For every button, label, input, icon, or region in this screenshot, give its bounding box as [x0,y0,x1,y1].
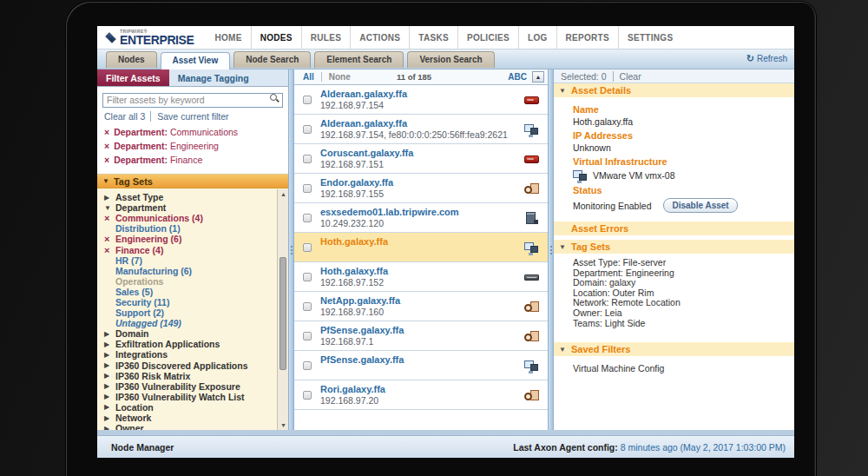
nav-item-rules[interactable]: RULES [301,26,350,50]
disable-asset-button[interactable]: Disable Asset [663,198,737,213]
row-checkbox[interactable] [303,184,312,193]
row-checkbox[interactable] [303,214,312,222]
search-icon[interactable] [270,94,279,103]
node-row[interactable]: PfSense.galaxy.ffa192.168.97.1 [294,321,548,351]
tab-version-search[interactable]: Version Search [407,51,494,68]
tree-item-network[interactable]: ▶Network [97,413,277,423]
node-name[interactable]: NetApp.galaxy.ffa [320,295,400,306]
node-row[interactable]: esxsedemo01.lab.tripwire.com10.249.232.1… [294,203,548,233]
node-row[interactable]: Coruscant.galaxy.ffa192.168.97.151 [294,144,548,174]
tree-item-communications[interactable]: ×Communications (4) [97,213,277,223]
tab-manage-tagging[interactable]: Manage Tagging [169,69,258,86]
nav-item-actions[interactable]: ACTIONS [350,26,409,50]
node-row[interactable]: Rori.galaxy.ffa192.168.97.20 [294,380,548,410]
nav-item-home[interactable]: HOME [206,26,250,50]
row-checkbox[interactable] [303,155,312,163]
pane-splitter-left[interactable] [288,69,294,430]
node-name[interactable]: Alderaan.galaxy.ffa [320,118,407,129]
remove-tag-icon[interactable]: × [104,246,115,255]
node-row[interactable]: Hoth.galaxy.ffa192.168.97.152 [294,262,548,292]
tree-item-distribution[interactable]: Distribution (1) [97,223,277,234]
scroll-down-icon[interactable]: ▼ [279,422,287,428]
tree-item-integrations[interactable]: ▶Integrations [97,349,277,360]
node-name[interactable]: PfSense.galaxy.ffa [320,354,404,365]
scroll-up-icon[interactable]: ▲ [279,191,287,197]
node-name[interactable]: Hoth.galaxy.ffa [320,266,388,276]
node-name[interactable]: PfSense.galaxy.ffa [320,325,404,335]
clear-selection-link[interactable]: Clear [613,71,641,82]
tree-item-finance[interactable]: ×Finance (4) [97,244,277,255]
node-name[interactable]: Endor.galaxy.ffa [320,177,393,188]
axon-config-value[interactable]: 8 minutes ago (May 2, 2017 1:03:00 PM) [621,442,786,453]
scrollbar-thumb[interactable] [279,257,286,370]
node-row[interactable]: PfSense.galaxy.ffa [294,351,548,380]
tree-item-untagged[interactable]: Untagged (149) [97,318,277,328]
tree-item-exfiltration-applications[interactable]: ▶Exfiltration Applications [97,339,277,349]
node-name[interactable]: Hoth.galaxy.ffa [320,236,388,247]
sort-abc-label[interactable]: ABC [508,72,527,82]
node-name[interactable]: Coruscant.galaxy.ffa [320,148,413,158]
nav-item-settings[interactable]: SETTINGS [618,26,681,50]
asset-errors-section-header[interactable]: Asset Errors [554,221,794,235]
search-input[interactable] [102,93,283,108]
clear-all-link[interactable]: Clear all 3 [104,111,145,122]
tree-item-owner[interactable]: ▶Owner [97,423,277,430]
nav-item-policies[interactable]: POLICIES [457,26,518,50]
node-row-selected[interactable]: Hoth.galaxy.ffa [294,233,548,262]
asset-details-section-header[interactable]: ▼ Asset Details [554,83,794,97]
tab-filter-assets[interactable]: Filter Assets [97,69,169,86]
row-checkbox[interactable] [303,96,312,104]
tree-item-manufacturing[interactable]: Manufacturing (6) [97,266,277,276]
row-checkbox[interactable] [303,302,312,311]
nav-item-nodes[interactable]: NODES [251,26,301,50]
remove-filter-icon[interactable]: × [104,155,109,165]
tree-item-asset-type[interactable]: ▶Asset Type [97,192,277,202]
row-checkbox[interactable] [303,361,312,370]
tree-item-hr[interactable]: HR (7) [97,255,277,266]
remove-tag-icon[interactable]: × [104,214,115,222]
tab-asset-view[interactable]: Asset View [161,52,231,69]
tab-nodes[interactable]: Nodes [106,51,157,68]
tree-item-engineering[interactable]: ×Engineering (6) [97,234,277,244]
select-none-link[interactable]: None [321,72,351,82]
tree-item-ip360-vulnerability-watch-list[interactable]: ▶IP360 Vulnerability Watch List [97,392,277,402]
tag-sets-section-header[interactable]: ▼ Tag Sets [554,240,794,254]
tree-item-ip360-risk-matrix[interactable]: ▶IP360 Risk Matrix [97,371,277,381]
node-name[interactable]: esxsedemo01.lab.tripwire.com [320,207,459,217]
row-checkbox[interactable] [303,391,312,400]
node-name[interactable]: Rori.galaxy.ffa [320,384,385,394]
tree-item-domain[interactable]: ▶Domain [97,328,277,339]
remove-filter-icon[interactable]: × [104,127,109,137]
save-filter-link[interactable]: Save current filter [150,111,228,122]
tree-item-support[interactable]: Support (2) [97,307,277,318]
node-row[interactable]: NetApp.galaxy.ffa192.168.97.160 [294,292,548,321]
nav-item-tasks[interactable]: TASKS [409,26,457,50]
tree-item-sales[interactable]: Sales (5) [97,287,277,297]
remove-filter-icon[interactable]: × [104,141,109,151]
node-row[interactable]: Alderaan.galaxy.ffa192.168.97.154 [294,85,548,115]
select-all-link[interactable]: All [303,72,314,82]
tag-sets-header[interactable]: ▼ Tag Sets [97,175,288,188]
sort-direction-button[interactable]: ▲ [532,71,544,83]
remove-tag-icon[interactable]: × [104,235,115,243]
tab-element-search[interactable]: Element Search [314,51,404,68]
tab-node-search[interactable]: Node Search [233,51,311,68]
nav-item-reports[interactable]: REPORTS [556,26,618,50]
nav-item-log[interactable]: LOG [518,26,556,50]
tree-item-ip360-discovered-applications[interactable]: ▶IP360 Discovered Applications [97,360,277,371]
saved-filter-item[interactable]: Virtual Machine Config [573,364,794,374]
row-checkbox[interactable] [303,332,312,340]
pane-splitter-right[interactable] [548,69,554,430]
tree-scrollbar[interactable]: ▲ ▼ [277,189,288,430]
node-row[interactable]: Endor.galaxy.ffa192.168.97.155 [294,174,548,203]
node-name[interactable]: Alderaan.galaxy.ffa [320,89,407,99]
row-checkbox[interactable] [303,125,312,134]
row-checkbox[interactable] [303,273,312,281]
tree-item-ip360-vulnerability-exposure[interactable]: ▶IP360 Vulnerability Exposure [97,381,277,392]
tree-item-security[interactable]: Security (11) [97,297,277,307]
tree-item-department[interactable]: ▼Department [97,202,277,213]
tree-item-location[interactable]: ▶Location [97,402,277,413]
saved-filters-section-header[interactable]: ▼ Saved Filters [554,342,794,356]
node-row[interactable]: Alderaan.galaxy.ffa192.168.97.154, fe80:… [294,115,548,144]
refresh-button[interactable]: ↻ Refresh [746,53,787,64]
